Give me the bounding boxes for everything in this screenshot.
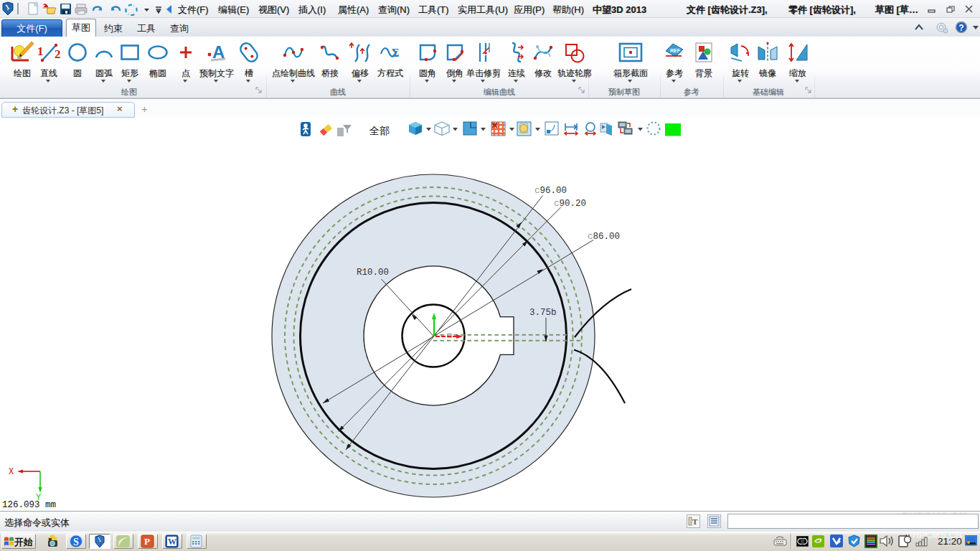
- svg-text:2: 2: [55, 47, 61, 61]
- svg-text:T: T: [692, 517, 698, 526]
- svg-text:c96.00: c96.00: [534, 186, 567, 196]
- svg-text:R10.00: R10.00: [357, 268, 389, 278]
- svg-text:W: W: [168, 537, 176, 547]
- svg-text:REF: REF: [670, 48, 681, 53]
- svg-text:开始: 开始: [14, 537, 33, 547]
- svg-text:?: ?: [958, 23, 963, 33]
- svg-text:Σ: Σ: [392, 47, 399, 59]
- svg-text:全部: 全部: [369, 125, 390, 136]
- svg-text:S: S: [73, 537, 79, 547]
- svg-text:1: 1: [37, 44, 44, 58]
- svg-text:126.093 mm: 126.093 mm: [2, 500, 56, 510]
- svg-text:X: X: [9, 467, 14, 477]
- svg-text:P: P: [144, 536, 150, 547]
- svg-text:c86.00: c86.00: [588, 232, 620, 242]
- svg-text:3.75b: 3.75b: [529, 308, 557, 318]
- svg-text:c90.20: c90.20: [554, 199, 586, 209]
